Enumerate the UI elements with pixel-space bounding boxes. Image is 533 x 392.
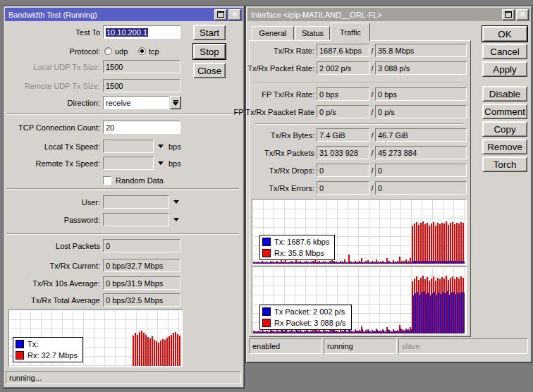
random-data-checkbox[interactable] bbox=[103, 176, 111, 185]
close-button[interactable]: ✕ bbox=[228, 9, 241, 20]
remote-speed-field[interactable] bbox=[103, 157, 154, 170]
interface-window: Interface <ipip-MATILAND__ORL-FL> ✕ Gene… bbox=[245, 6, 532, 363]
tx-swatch bbox=[262, 307, 271, 316]
fp-txrx-packet-rate-rx-field: 0 p/s bbox=[375, 105, 467, 118]
close-window-button[interactable]: Close bbox=[193, 63, 226, 78]
protocol-tcp-radio[interactable] bbox=[138, 47, 146, 55]
fp-txrx-packet-rate-tx-field: 0 p/s bbox=[317, 105, 369, 118]
fp-txrx-rate-tx-field: 0 bps bbox=[317, 87, 369, 101]
maximize-icon bbox=[217, 11, 224, 18]
legend-tx: Tx Packet: 2 002 p/s bbox=[274, 307, 345, 316]
local-speed-label: Local Tx Speed: bbox=[44, 142, 100, 151]
close-button[interactable]: ✕ bbox=[516, 9, 529, 20]
slash: / bbox=[369, 90, 375, 99]
txrx-rate-label: Tx/Rx Rate: bbox=[274, 47, 314, 55]
close-icon: ✕ bbox=[520, 11, 525, 18]
direction-combo[interactable]: receive bbox=[103, 96, 169, 109]
test-to-input[interactable]: 10.10.200.1 bbox=[103, 25, 180, 39]
comment-button[interactable]: Comment bbox=[482, 104, 527, 119]
remote-udp-size-field: 1500 bbox=[103, 79, 180, 92]
chevron-down-icon[interactable] bbox=[173, 200, 179, 204]
txrx-current-field: 0 bps/32.7 Mbps bbox=[103, 259, 180, 272]
ok-button[interactable]: OK bbox=[482, 26, 527, 42]
window-title: Bandwidth Test (Running) bbox=[8, 11, 213, 19]
test-to-value: 10.10.200.1 bbox=[106, 28, 148, 37]
protocol-tcp-label: tcp bbox=[149, 47, 159, 56]
stop-button[interactable]: Stop bbox=[193, 44, 226, 59]
dropdown-bar-icon bbox=[173, 100, 178, 102]
lost-packets-label: Lost Packets bbox=[56, 242, 100, 250]
interface-titlebar[interactable]: Interface <ipip-MATILAND__ORL-FL> ✕ bbox=[247, 8, 530, 21]
bandwidth-test-titlebar[interactable]: Bandwidth Test (Running) ✕ bbox=[5, 8, 243, 21]
password-label: Password: bbox=[64, 216, 100, 224]
rate-chart-legend: Tx: 1687.6 kbps Rx: 35.8 Mbps bbox=[259, 235, 335, 260]
start-button[interactable]: Start bbox=[193, 25, 226, 40]
torch-button[interactable]: Torch bbox=[482, 157, 527, 172]
bandwidth-chart: Tx: Rx: 32.7 Mbps bbox=[8, 310, 183, 367]
bandwidth-status-bar: running... bbox=[6, 371, 241, 384]
txrx-10s-average-field: 0 bps/31.9 Mbps bbox=[103, 276, 180, 290]
fp-txrx-rate-rx-field: 0 bps bbox=[375, 87, 467, 101]
legend-tx: Tx: bbox=[27, 340, 38, 348]
txrx-packet-rate-tx-field: 2 002 p/s bbox=[317, 61, 369, 75]
apply-button[interactable]: Apply bbox=[482, 61, 527, 77]
tab-traffic[interactable]: Traffic bbox=[331, 23, 370, 41]
slash: / bbox=[369, 131, 375, 140]
txrx-errors-tx-field: 0 bbox=[317, 181, 369, 195]
txrx-errors-rx-field: 0 bbox=[375, 181, 467, 195]
chevron-down-icon bbox=[173, 102, 178, 106]
txrx-drops-rx-field: 0 bbox=[375, 164, 467, 177]
maximize-button[interactable] bbox=[214, 9, 227, 20]
separator bbox=[6, 114, 239, 115]
maximize-icon bbox=[505, 11, 512, 18]
tab-status[interactable]: Status bbox=[295, 26, 330, 40]
packet-chart: Tx Packet: 2 002 p/s Rx Packet: 3 088 p/… bbox=[252, 267, 467, 335]
chevron-down-icon[interactable] bbox=[173, 218, 179, 221]
txrx-packets-tx-field: 31 033 928 bbox=[317, 146, 369, 159]
tcp-count-input[interactable]: 20 bbox=[103, 121, 180, 134]
random-data-label: Random Data bbox=[116, 176, 164, 185]
fp-txrx-packet-rate-label: FP Tx/Rx Paacket Rate bbox=[233, 108, 314, 116]
remote-udp-size-label: Remote UDP Tx Size: bbox=[25, 82, 100, 90]
protocol-label: Protocol: bbox=[70, 47, 100, 56]
chevron-down-icon[interactable] bbox=[158, 161, 164, 165]
tab-general[interactable]: General bbox=[252, 26, 294, 40]
status-enabled: enabled bbox=[249, 338, 322, 354]
remove-button[interactable]: Remove bbox=[482, 139, 527, 154]
protocol-udp-radio[interactable] bbox=[104, 47, 112, 55]
rx-swatch bbox=[262, 319, 271, 327]
copy-button[interactable]: Copy bbox=[482, 121, 527, 137]
slash: / bbox=[369, 47, 375, 55]
local-speed-field[interactable] bbox=[103, 140, 154, 153]
txrx-packets-rx-field: 45 273 884 bbox=[375, 146, 467, 159]
slash: / bbox=[369, 184, 375, 192]
txrx-current-label: Tx/Rx Current: bbox=[49, 262, 100, 270]
txrx-errors-label: Tx/Rx Errors: bbox=[269, 184, 314, 192]
protocol-udp-label: udp bbox=[115, 47, 128, 56]
txrx-drops-label: Tx/Rx Drops: bbox=[269, 166, 314, 175]
rate-chart: Tx: 1687.6 kbps Rx: 35.8 Mbps bbox=[252, 199, 467, 265]
separator bbox=[255, 123, 463, 125]
slash: / bbox=[369, 149, 375, 157]
local-udp-size-field: 1500 bbox=[103, 60, 180, 73]
user-field[interactable] bbox=[103, 195, 169, 209]
cancel-button[interactable]: Cancel bbox=[482, 44, 527, 59]
bandwidth-test-window: Bandwidth Test (Running) ✕ Test To 10.10… bbox=[3, 6, 245, 388]
packet-chart-legend: Tx Packet: 2 002 p/s Rx Packet: 3 088 p/… bbox=[259, 305, 352, 330]
txrx-packets-label: Tx/Rx Packets bbox=[264, 149, 314, 157]
disable-button[interactable]: Disable bbox=[482, 86, 527, 102]
legend-rx: Rx Packet: 3 088 p/s bbox=[274, 319, 346, 327]
status-running: running bbox=[324, 338, 397, 354]
txrx-10s-average-label: Tx/Rx 10s Average: bbox=[32, 279, 100, 288]
chevron-down-icon[interactable] bbox=[158, 145, 164, 148]
txrx-bytes-label: Tx/Rx Bytes: bbox=[271, 131, 314, 140]
separator bbox=[6, 233, 239, 235]
slash: / bbox=[369, 166, 375, 175]
local-speed-unit: bps bbox=[169, 142, 181, 151]
direction-dropdown-button[interactable] bbox=[170, 96, 181, 109]
maximize-button[interactable] bbox=[502, 9, 515, 20]
password-field[interactable] bbox=[103, 213, 169, 226]
test-to-label: Test To bbox=[75, 28, 100, 37]
legend-rx: Rx: 32.7 Mbps bbox=[27, 351, 78, 360]
desktop: Bandwidth Test (Running) ✕ Test To 10.10… bbox=[0, 0, 533, 392]
